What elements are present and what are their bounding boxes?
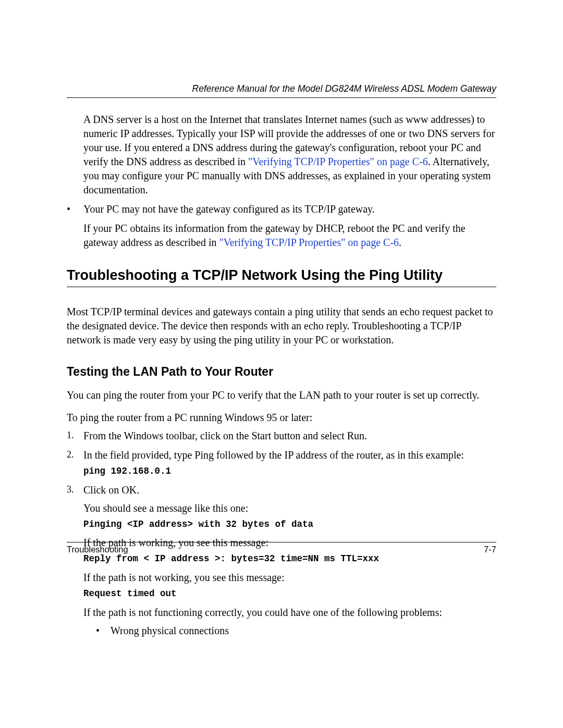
step-3-text: Click on OK.: [83, 484, 139, 496]
heading-testing-lan: Testing the LAN Path to Your Router: [67, 365, 496, 379]
step-2-text: In the field provided, type Ping followe…: [83, 449, 464, 461]
bullet-dot-icon: •: [96, 624, 111, 638]
code-pinging: Pinging <IP address> with 32 bytes of da…: [83, 519, 496, 531]
follow-text-b: .: [399, 237, 401, 248]
step-1-text: From the Windows toolbar, click on the S…: [83, 430, 367, 441]
step-3: Click on OK. You should see a message li…: [67, 483, 496, 638]
dns-paragraph: A DNS server is a host on the Internet t…: [83, 113, 496, 197]
lan-preface: To ping the router from a PC running Win…: [67, 411, 496, 425]
document-page: Reference Manual for the Model DG824M Wi…: [0, 0, 563, 728]
step-1: From the Windows toolbar, click on the S…: [67, 429, 496, 443]
code-reply: Reply from < IP address >: bytes=32 time…: [83, 553, 496, 565]
step-3-a: You should see a message like this one:: [83, 501, 496, 515]
bullet-pc-gateway-follow: If your PC obtains its information from …: [83, 221, 496, 250]
ping-intro: Most TCP/IP terminal devices and gateway…: [67, 305, 496, 347]
bullet-pc-gateway-text: Your PC may not have the gateway configu…: [83, 202, 496, 216]
footer-section: Troubleshooting: [67, 545, 128, 554]
heading-troubleshooting-ping: Troubleshooting a TCP/IP Network Using t…: [67, 267, 496, 287]
lan-desc: You can ping the router from your PC to …: [67, 388, 496, 402]
step-3-c: If the path is not working, you see this…: [83, 571, 496, 585]
running-header: Reference Manual for the Model DG824M Wi…: [67, 83, 496, 98]
link-verifying-tcpip-2[interactable]: "Verifying TCP/IP Properties" on page C-…: [219, 237, 399, 248]
code-ping-example: ping 192.168.0.1: [83, 465, 496, 478]
inner-bullet-wrong-conn: • Wrong physical connections: [96, 624, 496, 638]
bullet-dot-icon: •: [67, 202, 83, 216]
code-timeout: Request timed out: [83, 588, 496, 600]
bullet-pc-gateway: • Your PC may not have the gateway confi…: [67, 202, 496, 216]
step-3-d: If the path is not functioning correctly…: [83, 606, 496, 620]
page-footer: Troubleshooting 7-7: [67, 542, 496, 554]
footer-page-number: 7-7: [484, 545, 496, 554]
inner-bullet-text: Wrong physical connections: [111, 624, 496, 638]
link-verifying-tcpip-1[interactable]: "Verifying TCP/IP Properties" on page C-…: [248, 156, 428, 167]
steps-list: From the Windows toolbar, click on the S…: [67, 429, 496, 638]
step-2: In the field provided, type Ping followe…: [67, 448, 496, 478]
